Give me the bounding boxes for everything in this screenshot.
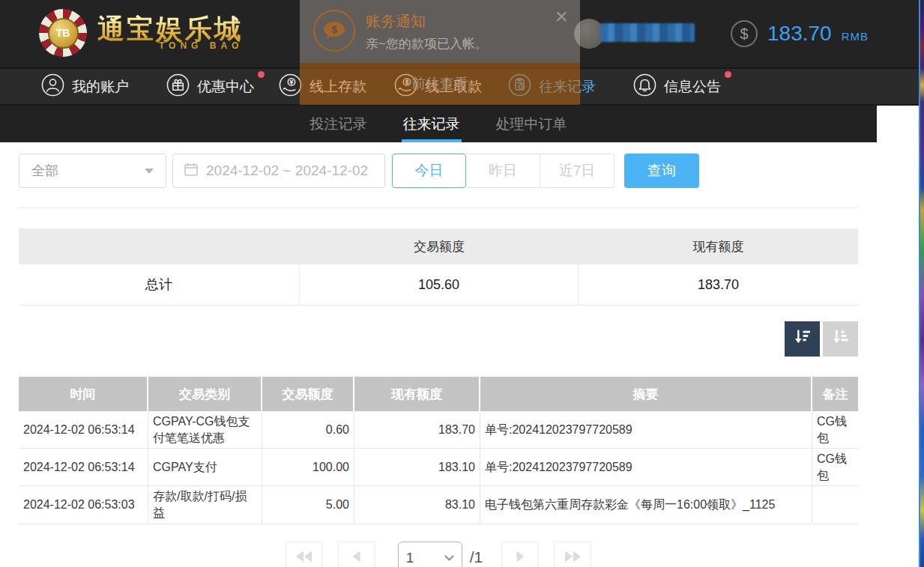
cell-balance: 183.10 xyxy=(354,449,480,485)
tab-betting-records[interactable]: 投注记录 xyxy=(309,106,369,142)
notification-toast: $ 账务通知 亲~您的款项已入帐。 × 前往查看 xyxy=(300,0,580,105)
site-logo[interactable]: TB 通宝娱乐城 TONG BAO xyxy=(39,9,244,57)
cell-amount: 0.60 xyxy=(262,411,354,448)
sort-descending-button[interactable] xyxy=(785,321,820,357)
sort-descending-icon xyxy=(792,327,812,351)
cell-balance: 83.10 xyxy=(354,486,480,523)
page-total-indicator: /1 xyxy=(470,548,483,566)
col-amount: 交易额度 xyxy=(262,377,354,411)
col-summary: 摘要 xyxy=(480,377,812,411)
chip-tb-label: TB xyxy=(48,18,79,49)
user-icon xyxy=(41,73,64,100)
sort-ascending-button[interactable] xyxy=(823,321,858,357)
col-type: 交易类别 xyxy=(148,377,262,411)
yesterday-button[interactable]: 昨日 xyxy=(466,154,540,188)
calendar-icon xyxy=(184,162,199,181)
dollar-icon: $ xyxy=(731,20,758,47)
cell-amount: 5.00 xyxy=(262,486,354,523)
type-select[interactable]: 全部 xyxy=(19,154,166,188)
cell-summary: 单号:202412023797720589 xyxy=(480,449,812,485)
records-table: 时间 交易类别 交易额度 现有额度 摘要 备注 2024-12-02 06:53… xyxy=(19,377,858,524)
date-range-value: 2024-12-02 ~ 2024-12-02 xyxy=(206,163,368,179)
summary-table: 交易额度 现有额度 总计 105.60 183.70 xyxy=(19,228,858,306)
col-balance: 现有额度 xyxy=(354,377,480,411)
page-select[interactable]: 1 xyxy=(398,542,462,567)
summary-header-current-balance: 现有额度 xyxy=(579,228,858,264)
cell-time: 2024-12-02 06:53:03 xyxy=(19,486,148,523)
notification-dot xyxy=(258,71,265,78)
cell-remark xyxy=(812,486,858,523)
chevron-down-icon xyxy=(444,555,454,561)
summary-header-empty xyxy=(19,228,300,264)
summary-total-row: 总计 105.60 183.70 xyxy=(19,264,858,306)
notification-dot xyxy=(725,71,731,78)
record-tabs: 投注记录 往来记录 处理中订单 xyxy=(0,106,877,142)
summary-table-header: 交易额度 现有额度 xyxy=(19,228,858,264)
balance-display[interactable]: $ 183.70 RMB xyxy=(731,20,869,47)
summary-total-balance: 183.70 xyxy=(579,264,858,305)
poker-chip-icon: TB xyxy=(39,9,87,57)
first-page-button[interactable] xyxy=(286,542,323,567)
last-page-button[interactable] xyxy=(554,542,591,567)
balance-currency: RMB xyxy=(842,30,869,43)
tab-processing-orders[interactable]: 处理中订单 xyxy=(495,106,569,142)
deposit-icon xyxy=(279,73,302,100)
balance-amount: 183.70 xyxy=(767,22,832,46)
sort-ascending-icon xyxy=(830,327,851,351)
cell-amount: 100.00 xyxy=(262,449,354,485)
records-table-header: 时间 交易类别 交易额度 现有额度 摘要 备注 xyxy=(19,377,858,411)
date-range-input[interactable]: 2024-12-02 ~ 2024-12-02 xyxy=(172,154,385,188)
nav-label: 优惠中心 xyxy=(197,77,254,97)
col-remark: 备注 xyxy=(812,377,858,411)
gift-icon xyxy=(166,73,190,100)
section-divider xyxy=(19,207,858,208)
notification-message: 亲~您的款项已入帐。 xyxy=(366,35,488,52)
double-chevron-right-icon xyxy=(564,551,581,566)
last-7-days-button[interactable]: 近7日 xyxy=(540,154,615,188)
svg-text:$: $ xyxy=(331,24,337,35)
cell-summary: 电子钱包第六重周存款彩金《每周一16:00领取》_1125 xyxy=(480,486,812,523)
notification-action-link[interactable]: 前往查看 xyxy=(300,63,580,105)
summary-total-amount: 105.60 xyxy=(300,264,579,305)
table-row: 2024-12-02 06:53:03 存款/取款/打码/损益 5.00 83.… xyxy=(19,486,858,524)
nav-label: 信息公告 xyxy=(664,77,721,97)
previous-page-button[interactable] xyxy=(338,542,375,567)
chevron-right-icon xyxy=(516,551,525,566)
notification-title: 账务通知 xyxy=(366,11,426,31)
page-select-value: 1 xyxy=(406,550,414,566)
cell-balance: 183.70 xyxy=(354,411,480,448)
nav-label: 我的账户 xyxy=(72,77,129,97)
search-button[interactable]: 查询 xyxy=(624,154,699,188)
cell-remark: CG钱包 xyxy=(812,449,858,485)
cell-time: 2024-12-02 06:53:14 xyxy=(19,449,148,485)
summary-total-label: 总计 xyxy=(19,264,300,305)
logo-subtitle: TONG BAO xyxy=(159,40,244,51)
cell-type: CGPAY支付 xyxy=(148,449,262,485)
next-page-button[interactable] xyxy=(501,542,539,567)
bell-icon xyxy=(633,73,656,100)
cell-remark: CG钱包 xyxy=(812,411,858,448)
table-row: 2024-12-02 06:53:14 CGPAY支付 100.00 183.1… xyxy=(19,449,858,486)
summary-header-transaction-amount: 交易额度 xyxy=(300,228,579,264)
logo-title: 通宝娱乐城 xyxy=(97,15,244,43)
col-time: 时间 xyxy=(19,377,148,411)
background-game-strip xyxy=(919,0,924,567)
quick-range-group: 今日 昨日 近7日 xyxy=(392,154,615,188)
cell-type: CGPAY-CG钱包支付笔笔送优惠 xyxy=(148,411,262,448)
page: TB 通宝娱乐城 TONG BAO $ 183.70 RMB 我的账户 优惠中心 xyxy=(0,0,924,567)
pagination: 1 /1 xyxy=(19,542,858,567)
tab-transaction-records[interactable]: 往来记录 xyxy=(402,106,462,142)
today-button[interactable]: 今日 xyxy=(392,154,466,188)
close-icon[interactable]: × xyxy=(555,3,568,30)
chevron-left-icon xyxy=(352,551,360,566)
double-chevron-left-icon xyxy=(296,551,312,566)
nav-item-announcements[interactable]: 信息公告 xyxy=(633,69,721,104)
table-row: 2024-12-02 06:53:14 CGPAY-CG钱包支付笔笔送优惠 0.… xyxy=(19,411,858,449)
nav-item-promotions[interactable]: 优惠中心 xyxy=(166,69,254,104)
type-select-value: 全部 xyxy=(31,162,58,180)
nav-item-my-account[interactable]: 我的账户 xyxy=(41,69,129,104)
notification-body: $ 账务通知 亲~您的款项已入帐。 × xyxy=(300,0,580,63)
cell-summary: 单号:202412023797720589 xyxy=(480,411,812,448)
username-redacted xyxy=(600,23,695,42)
money-message-icon: $ xyxy=(313,10,355,52)
